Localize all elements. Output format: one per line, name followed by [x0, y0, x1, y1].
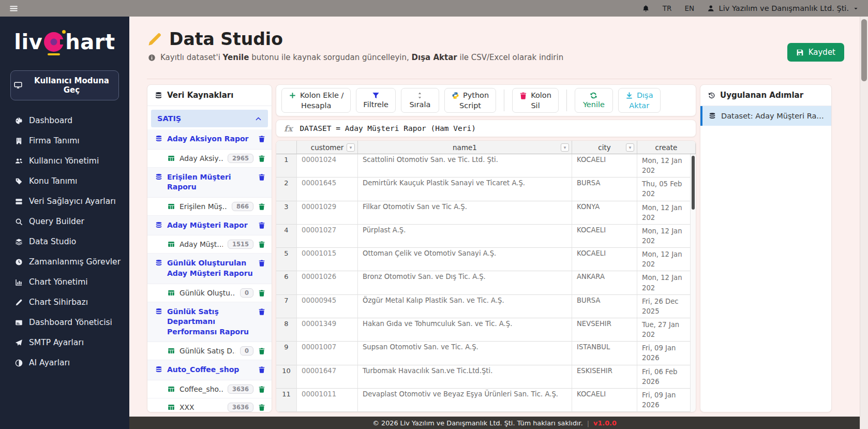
pencil-icon [14, 299, 23, 306]
db-icon [155, 366, 162, 373]
cell-city: ESKISEHIR [572, 365, 637, 389]
dataset-item[interactable]: Günlük Satış D…0 [147, 342, 272, 360]
disa-aktar-button[interactable]: DışaAktar [618, 88, 661, 113]
delete-icon[interactable] [258, 386, 265, 393]
sidebar-item-kullanici-yonetimi[interactable]: Kullanıcı Yönetimi [14, 156, 129, 166]
delete-icon[interactable] [258, 259, 265, 267]
button-label: Aktar [629, 101, 649, 111]
window-scrollbar[interactable] [860, 17, 868, 429]
dataset-item[interactable]: XXX3636 [147, 398, 272, 412]
delete-icon[interactable] [258, 221, 265, 229]
database-icon [155, 92, 162, 99]
cell-city: KOCAELI [572, 154, 637, 177]
column-header-create[interactable]: create [637, 141, 696, 154]
user-mode-button[interactable]: Kullanıcı Moduna Geç [10, 70, 119, 100]
chevron-down-icon [853, 6, 859, 11]
page-title: Data Studio [169, 29, 283, 49]
source-item[interactable]: Erişilen Müşteri Raporu [147, 168, 272, 198]
user-menu[interactable]: Liv Yazılım ve Danışmanlık Ltd. Şti. [707, 4, 859, 12]
sidebar-item-dashboard-yoneticisi[interactable]: Dashboard Yöneticisi [14, 318, 129, 327]
dataset-item[interactable]: Aday Müşt…1515 [147, 235, 272, 254]
delete-icon[interactable] [258, 289, 265, 297]
button-label: Kolon Ekle / [300, 91, 343, 100]
delete-icon[interactable] [258, 135, 265, 142]
menu-icon[interactable] [9, 4, 18, 13]
delete-icon[interactable] [258, 366, 265, 373]
refresh-icon [590, 92, 597, 99]
source-item[interactable]: Aday Müşteri Rapor [147, 216, 272, 236]
table-icon [168, 347, 175, 354]
delete-icon[interactable] [258, 347, 265, 354]
delete-icon[interactable] [258, 173, 265, 181]
dataset-item[interactable]: Günlük Oluştu…0 [147, 284, 272, 302]
row-index: 10 [276, 365, 297, 389]
row-index: 11 [276, 389, 297, 412]
column-header-city[interactable]: city▾ [572, 141, 637, 154]
cell-customer: 00000968 [297, 412, 358, 412]
column-label: customer [311, 143, 344, 152]
dataset-item[interactable]: Coffee_sho…3636 [147, 380, 272, 398]
sidebar-item-veri-saglayici-ayarlari[interactable]: Veri Sağlayıcı Ayarları [14, 197, 129, 206]
sidebar-item-label: Konu Tanımı [29, 176, 77, 186]
sidebar-item-zamanlanmis-gorevler[interactable]: Zamanlanmış Görevler [14, 257, 129, 267]
table-scrollbar-thumb[interactable] [692, 156, 695, 210]
yenile-button[interactable]: Yenile [575, 88, 613, 113]
table-scrollbar[interactable] [690, 154, 696, 412]
funnel-icon [372, 92, 380, 99]
source-item[interactable]: Aday Aksiyon Rapor [147, 129, 272, 150]
notifications-icon[interactable] [642, 5, 650, 12]
filter-icon[interactable]: ▾ [347, 143, 355, 152]
delete-icon[interactable] [258, 308, 265, 315]
save-button[interactable]: Kaydet [787, 43, 844, 62]
applied-step[interactable]: Dataset: Aday Müşteri Ra… [700, 106, 831, 126]
delete-icon[interactable] [258, 241, 265, 248]
group-satis[interactable]: SATIŞ [151, 110, 268, 127]
source-item[interactable]: Auto_Coffee_shop [147, 360, 272, 380]
dataset-label: Günlük Satış D… [179, 347, 235, 355]
logo-c-mark [44, 32, 64, 52]
lang-en-button[interactable]: EN [684, 4, 694, 12]
filter-icon[interactable]: ▾ [561, 143, 569, 152]
delete-icon[interactable] [258, 404, 265, 411]
formula-text: DATASET = Aday Müşteri Rapor (Ham Veri) [300, 124, 475, 132]
column-header-customer[interactable]: customer▾ [297, 141, 358, 154]
window-scrollbar-thumb[interactable] [861, 19, 867, 81]
row-index: 1 [276, 154, 297, 177]
sidebar-item-smtp-ayarlari[interactable]: SMTP Ayarları [14, 338, 129, 347]
table-icon [168, 386, 175, 393]
data-sources-panel: Veri Kaynakları SATIŞ Aday Aksiyon Rapor… [147, 84, 272, 412]
sidebar-item-query-builder[interactable]: Query Builder [14, 217, 129, 226]
user-name: Liv Yazılım ve Danışmanlık Ltd. Şti. [719, 4, 849, 12]
source-item[interactable]: Günlük Oluşturulan Aday Müşteri Raporu [147, 254, 272, 284]
lang-tr-button[interactable]: TR [663, 4, 672, 12]
dataset-item[interactable]: Erişilen Müş…866 [147, 198, 272, 216]
sirala-button[interactable]: Sırala [401, 88, 439, 113]
sidebar-item-konu-tanimi[interactable]: Konu Tanımı [14, 176, 129, 186]
kolon-ekle-hesapla-button[interactable]: Kolon Ekle /Hesapla [281, 88, 351, 113]
kolon-sil-button[interactable]: KolonSil [512, 88, 559, 113]
sidebar-item-dashboard[interactable]: Dashboard [14, 116, 129, 125]
sidebar-item-data-studio[interactable]: Data Studio [14, 237, 129, 246]
source-item[interactable]: Günlük Satış Departmanı Performansı Rapo… [147, 302, 272, 343]
sidebar-item-ai-ayarlari[interactable]: AI Ayarları [14, 358, 129, 367]
table-icon [168, 241, 175, 248]
filtrele-button[interactable]: Filtrele [356, 88, 396, 113]
column-header-name1[interactable]: name1▾ [358, 141, 572, 154]
formula-bar: fx DATASET = Aday Müşteri Rapor (Ham Ver… [276, 120, 696, 137]
sidebar-item-firma-tanimi[interactable]: Firma Tanımı [14, 136, 129, 145]
page-header: Data Studio [129, 17, 860, 49]
dataset-label: Coffee_sho… [179, 385, 223, 393]
palette-icon [14, 117, 23, 125]
delete-icon[interactable] [258, 203, 265, 210]
cell-customer: 00001349 [297, 318, 358, 342]
cell-name1: Pürplast A.Ş. [358, 225, 572, 248]
python-script-button[interactable]: PythonScript [444, 88, 496, 113]
filter-icon[interactable]: ▾ [626, 143, 634, 152]
data-table: customer▾name1▾city▾create100001024Scatt… [276, 140, 696, 412]
dataset-item[interactable]: Aday Aksiy…2965 [147, 150, 272, 168]
sidebar-item-chart-sihirbazi[interactable]: Chart Sihirbazı [14, 298, 129, 307]
delete-icon[interactable] [258, 155, 265, 162]
screen-icon [14, 319, 23, 327]
users-icon [14, 157, 23, 165]
sidebar-item-chart-yonetimi[interactable]: Chart Yönetimi [14, 277, 129, 287]
